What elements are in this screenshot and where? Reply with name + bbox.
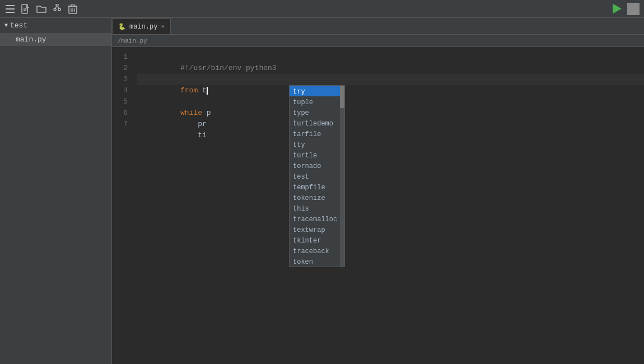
- editor-area: 🐍 main.py × /main.py 1 2 3 4 5 6 7: [112, 18, 644, 364]
- line-numbers: 1 2 3 4 5 6 7: [112, 47, 132, 364]
- autocomplete-item-tempfile[interactable]: tempfile: [290, 181, 344, 192]
- autocomplete-item-traceback[interactable]: traceback: [290, 245, 344, 256]
- autocomplete-item-tokenize[interactable]: tokenize: [290, 192, 344, 203]
- project-label: test: [10, 21, 27, 30]
- autocomplete-scrollbar-thumb[interactable]: [340, 86, 344, 108]
- autocomplete-item-try[interactable]: try: [290, 86, 344, 96]
- autocomplete-item-tornado[interactable]: tornado: [290, 160, 344, 171]
- code-line-2: import time: [137, 63, 644, 74]
- line-num-5: 5: [112, 96, 132, 108]
- autocomplete-item-textwrap[interactable]: textwrap: [290, 224, 344, 235]
- code-line-1: #!/usr/bin/env python3: [137, 52, 644, 63]
- run-button[interactable]: [610, 3, 623, 15]
- code-editor[interactable]: 1 2 3 4 5 6 7 #!/usr/bin/env python3 imp…: [112, 47, 644, 364]
- svg-rect-13: [71, 4, 74, 6]
- stop-button[interactable]: [627, 3, 640, 15]
- autocomplete-item-tracemalloc[interactable]: tracemalloc: [290, 213, 344, 224]
- autocomplete-item-type[interactable]: type: [290, 107, 344, 118]
- code-content: #!/usr/bin/env python3 import time from …: [132, 47, 644, 364]
- autocomplete-item-tuple[interactable]: tuple: [290, 96, 344, 107]
- sidebar: ▼ test main.py: [0, 18, 112, 364]
- new-file-icon[interactable]: [20, 3, 31, 15]
- sidebar-project-test[interactable]: ▼ test: [0, 18, 111, 33]
- tab-close-button[interactable]: ×: [161, 24, 165, 30]
- svg-rect-0: [6, 5, 15, 6]
- line-num-6: 6: [112, 108, 132, 119]
- line-num-2: 2: [112, 63, 132, 74]
- autocomplete-item-turtledemo[interactable]: turtledemo: [290, 118, 344, 128]
- project-triangle-icon: ▼: [4, 22, 8, 29]
- svg-point-8: [58, 8, 60, 11]
- sidebar-item-mainpy[interactable]: main.py: [0, 33, 111, 46]
- svg-rect-1: [6, 8, 15, 10]
- autocomplete-item-tarfile[interactable]: tarfile: [290, 128, 344, 139]
- line-num-4: 4: [112, 85, 132, 96]
- main-layout: ▼ test main.py 🐍 main.py × /main.py 1 2: [0, 18, 644, 364]
- svg-line-10: [57, 6, 59, 8]
- toolbar-right: [610, 3, 640, 15]
- tab-bar: 🐍 main.py ×: [112, 18, 644, 35]
- delete-icon[interactable]: [67, 3, 78, 15]
- autocomplete-scrollbar[interactable]: [340, 86, 344, 267]
- git-icon[interactable]: [52, 3, 63, 15]
- autocomplete-item-token[interactable]: token: [290, 256, 344, 267]
- line-num-3: 3: [112, 74, 132, 85]
- svg-point-6: [56, 4, 58, 6]
- code-line-6: pr: [137, 108, 644, 119]
- autocomplete-item-test[interactable]: test: [290, 171, 344, 181]
- svg-line-9: [55, 6, 57, 8]
- sidebar-file-label: main.py: [16, 35, 46, 44]
- line-num-1: 1: [112, 52, 132, 63]
- tab-mainpy[interactable]: 🐍 main.py ×: [112, 18, 171, 34]
- filepath-text: /main.py: [118, 38, 147, 44]
- autocomplete-item-turtle[interactable]: turtle: [290, 150, 344, 160]
- line-num-7: 7: [112, 119, 132, 130]
- svg-rect-2: [6, 12, 15, 13]
- tab-filename: main.py: [129, 23, 157, 31]
- autocomplete-dropdown: try tuple type turtledemo tarfile tty tu…: [289, 85, 345, 267]
- autocomplete-item-tkinter[interactable]: tkinter: [290, 235, 344, 245]
- autocomplete-item-tty[interactable]: tty: [290, 139, 344, 150]
- autocomplete-item-this[interactable]: this: [290, 203, 344, 213]
- code-line-7: ti: [137, 119, 644, 130]
- svg-point-7: [54, 8, 56, 11]
- code-line-4: [137, 85, 644, 96]
- hamburger-icon[interactable]: [4, 3, 16, 15]
- tab-file-icon: 🐍: [118, 23, 126, 30]
- code-line-5: while p: [137, 96, 644, 108]
- toolbar: [0, 0, 644, 18]
- filepath-bar: /main.py: [112, 35, 644, 47]
- code-line-3: from t: [137, 74, 644, 85]
- open-folder-icon[interactable]: [36, 3, 47, 15]
